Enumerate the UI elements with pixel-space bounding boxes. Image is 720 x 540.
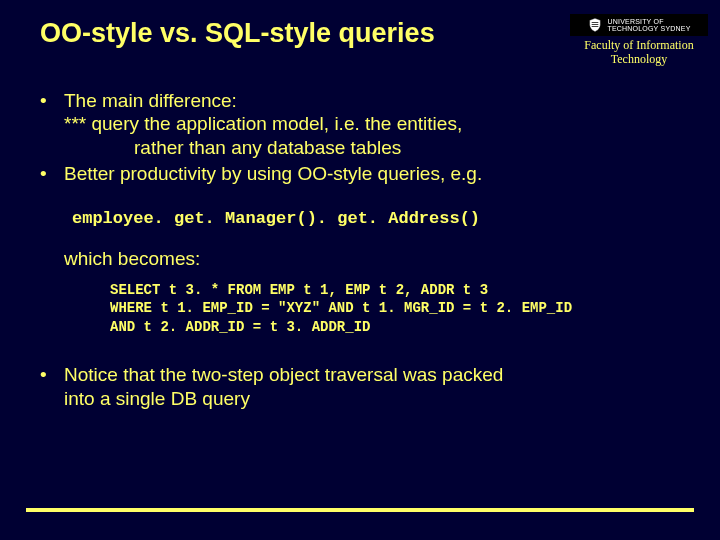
logo-text: UNIVERSITY OF TECHNOLOGY SYDNEY (607, 18, 690, 32)
logo-line-1: UNIVERSITY OF (607, 18, 690, 25)
slide-title: OO-style vs. SQL-style queries (40, 18, 570, 49)
oo-code-example: employee. get. Manager(). get. Address() (72, 208, 696, 229)
footer-rule (26, 508, 694, 512)
sql-line-1: SELECT t 3. * FROM EMP t 1, EMP t 2, ADD… (110, 282, 488, 298)
logo-line-2: TECHNOLOGY SYDNEY (607, 25, 690, 32)
university-logo-block: UNIVERSITY OF TECHNOLOGY SYDNEY Faculty … (570, 14, 708, 67)
sql-line-3: AND t 2. ADDR_ID = t 3. ADDR_ID (110, 319, 370, 335)
bullet-2: Better productivity by using OO-style qu… (36, 162, 696, 186)
sql-code-block: SELECT t 3. * FROM EMP t 1, EMP t 2, ADD… (110, 281, 696, 338)
university-logo: UNIVERSITY OF TECHNOLOGY SYDNEY (570, 14, 708, 36)
which-becomes-label: which becomes: (64, 247, 696, 271)
shield-icon (587, 17, 603, 33)
bullet-list-2: Notice that the two-step object traversa… (36, 363, 696, 411)
faculty-label: Faculty of Information Technology (570, 39, 708, 67)
sql-line-2: WHERE t 1. EMP_ID = "XYZ" AND t 1. MGR_I… (110, 300, 572, 316)
bullet-list: The main difference: *** query the appli… (36, 89, 696, 186)
bullet-3-line1: Notice that the two-step object traversa… (64, 364, 503, 385)
faculty-line-1: Faculty of Information (570, 39, 708, 53)
slide-header: OO-style vs. SQL-style queries UNIVERSIT… (0, 0, 720, 71)
slide-content: The main difference: *** query the appli… (0, 71, 720, 411)
bullet-1-text: The main difference: (64, 90, 237, 111)
faculty-line-2: Technology (570, 53, 708, 67)
bullet-1-sub1: *** query the application model, i.e. th… (64, 113, 462, 134)
bullet-2-text: Better productivity by using OO-style qu… (64, 163, 482, 184)
bullet-1: The main difference: *** query the appli… (36, 89, 696, 160)
bullet-3-line2: into a single DB query (64, 388, 250, 409)
bullet-1-sub2: rather than any database tables (64, 136, 696, 160)
bullet-3: Notice that the two-step object traversa… (36, 363, 696, 411)
